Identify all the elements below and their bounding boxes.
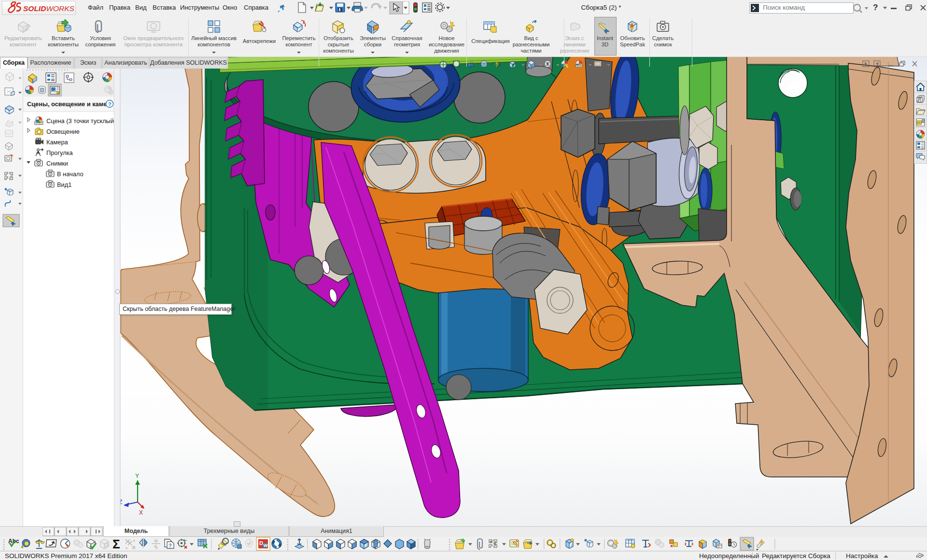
svg-text:W: W [264,543,268,548]
svg-text:Освещение: Освещение [46,128,80,135]
svg-text:В начало: В начало [57,170,84,178]
svg-text:Вид1: Вид1 [57,181,71,188]
svg-text:Σ: Σ [112,537,120,551]
svg-text:Сцена (3 точки тусклый): Сцена (3 точки тусклый) [46,117,114,125]
svg-text:?: ? [169,543,172,548]
svg-text:Камера: Камера [46,139,69,146]
svg-text:Снимки: Снимки [46,160,68,167]
svg-text:?: ? [108,101,112,107]
svg-text:Прогулка: Прогулка [46,149,73,156]
svg-text:Y: Y [135,473,139,479]
svg-text:Сцены, освещение и каме...: Сцены, освещение и каме... [27,100,112,108]
svg-text:D: D [259,540,263,546]
svg-text:SOLIDWORKS: SOLIDWORKS [23,4,75,13]
svg-text:X: X [139,509,143,516]
